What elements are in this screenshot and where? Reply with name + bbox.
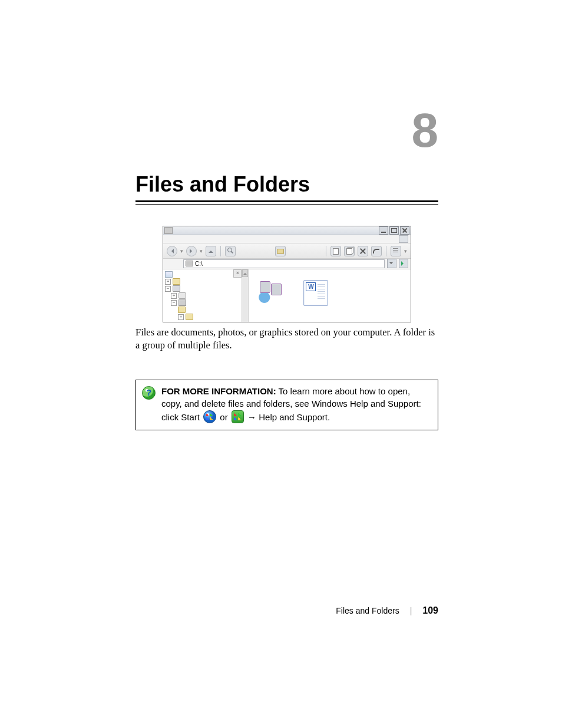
network-places-icon[interactable] [256, 280, 283, 305]
info-text: FOR MORE INFORMATION: To learn more abou… [161, 385, 432, 424]
drive-group-icon [178, 292, 186, 299]
dropdown-arrow-icon[interactable]: ▾ [404, 248, 407, 254]
folder-icon [178, 307, 186, 313]
info-lead: FOR MORE INFORMATION: [161, 386, 276, 396]
forward-icon[interactable] [186, 246, 197, 256]
up-icon[interactable] [206, 246, 216, 256]
title-rule [135, 200, 438, 205]
tree-item[interactable] [165, 271, 240, 278]
word-document-icon[interactable] [303, 280, 328, 306]
delete-icon[interactable] [358, 246, 368, 256]
collapse-arrow-icon [243, 271, 247, 275]
explorer-window: ▾ ▾ ▾ [163, 226, 411, 322]
pane-close-button[interactable]: × [233, 269, 242, 278]
tree-item[interactable]: + [165, 278, 240, 285]
expand-plus-icon[interactable]: + [171, 293, 177, 299]
chapter-number: 8 [411, 106, 438, 154]
titlebar [163, 226, 411, 235]
tree-item[interactable]: + [171, 292, 240, 299]
folder-icon [186, 314, 193, 320]
back-icon[interactable] [167, 246, 177, 256]
dropdown-arrow-icon[interactable]: ▾ [180, 248, 183, 254]
drive-icon [186, 261, 193, 266]
expand-plus-icon[interactable]: + [178, 314, 184, 320]
address-bar: C:\ [163, 259, 411, 269]
search-icon[interactable] [225, 246, 236, 256]
app-icon [164, 227, 173, 234]
expand-plus-icon[interactable]: + [165, 279, 171, 285]
address-path: C:\ [195, 261, 203, 267]
vista-start-orb-icon [203, 410, 216, 423]
separator [220, 246, 221, 256]
go-button[interactable] [399, 259, 408, 268]
info-help: → Help and Support. [245, 412, 330, 422]
windows-flag-icon [399, 235, 408, 243]
desktop-icon [165, 271, 173, 278]
tree-item[interactable]: − [171, 299, 240, 306]
expand-minus-icon[interactable]: − [165, 286, 171, 292]
separator [386, 246, 386, 256]
views-icon[interactable] [391, 246, 401, 256]
chapter-title: Files and Folders [135, 172, 438, 197]
dropdown-arrow-icon[interactable]: ▾ [200, 248, 203, 254]
tree-item[interactable]: + [178, 314, 240, 320]
xp-start-button-icon [232, 410, 244, 423]
help-hint-icon [142, 386, 156, 400]
folder-icon [173, 278, 180, 285]
splitter-handle[interactable] [242, 269, 249, 322]
drive-icon [178, 299, 186, 306]
close-button[interactable] [400, 226, 409, 235]
page-footer: Files and Folders | 109 [336, 605, 438, 616]
computer-icon [173, 285, 180, 292]
expand-minus-icon[interactable]: − [171, 300, 177, 306]
footer-separator: | [410, 606, 412, 615]
page-number: 109 [422, 605, 438, 616]
body-paragraph: Files are documents, photos, or graphics… [135, 326, 438, 353]
folder-tree-pane: × + − + − + [163, 269, 242, 322]
footer-section: Files and Folders [336, 606, 399, 615]
address-dropdown-button[interactable] [387, 259, 396, 268]
folders-icon[interactable] [275, 246, 286, 256]
move-to-icon[interactable] [330, 246, 341, 256]
info-box: FOR MORE INFORMATION: To learn more abou… [135, 380, 438, 430]
maximize-button[interactable] [389, 226, 399, 235]
tree-item[interactable] [178, 307, 240, 313]
content-pane [242, 269, 411, 322]
undo-icon[interactable] [371, 246, 382, 256]
address-input[interactable]: C:\ [183, 259, 385, 268]
copy-to-icon[interactable] [344, 246, 355, 256]
separator [326, 246, 326, 256]
menubar [163, 235, 411, 243]
info-or: or [217, 412, 230, 422]
tree-item[interactable]: − [165, 285, 240, 292]
toolbar: ▾ ▾ ▾ [163, 243, 411, 259]
minimize-button[interactable] [379, 226, 388, 235]
